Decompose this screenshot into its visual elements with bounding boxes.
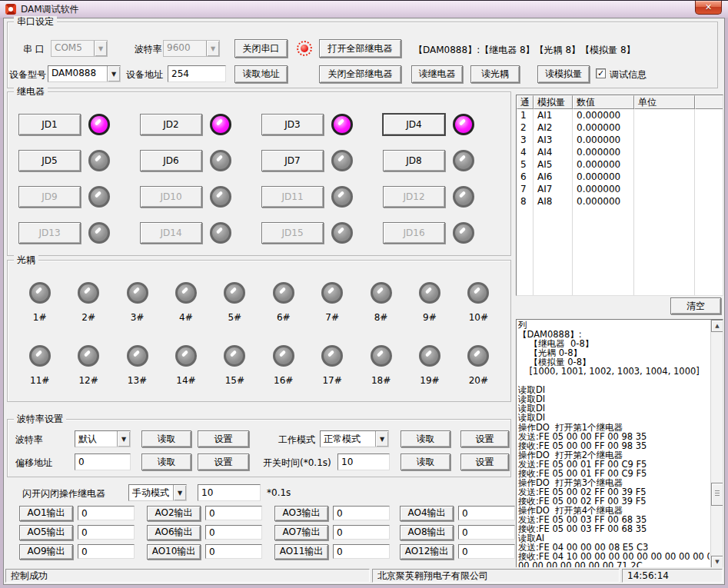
chevron-down-icon: ▼ — [206, 41, 219, 56]
ao5-output-button[interactable]: AO5输出 — [19, 525, 73, 540]
ao9-output-button[interactable]: AO9输出 — [19, 544, 73, 560]
baud-read-button[interactable]: 读取 — [141, 430, 191, 447]
table-row[interactable]: 3AI30.000000 — [517, 134, 723, 146]
ao1-value-input[interactable] — [78, 506, 135, 520]
relay-button-jd6[interactable]: JD6 — [140, 150, 202, 171]
ao10-output-button[interactable]: AO10输出 — [147, 544, 201, 560]
close-button[interactable]: ✕ — [695, 1, 722, 15]
flash-mode-value: 手动模式 — [129, 485, 173, 500]
ao2-value-input[interactable] — [205, 506, 262, 520]
work-mode-set-button[interactable]: 设置 — [460, 430, 509, 447]
device-model-value: DAM0888 — [48, 66, 107, 81]
window-title: DAM调试软件 — [21, 3, 79, 16]
ao4-value-input[interactable] — [458, 506, 515, 520]
relay-cell: JD5 — [18, 142, 140, 178]
work-mode-select[interactable]: 正常模式 ▼ — [320, 430, 389, 447]
ao12-output-button[interactable]: AO12输出 — [400, 544, 454, 560]
opto-label: 2# — [81, 312, 95, 323]
opto-label: 11# — [30, 375, 49, 386]
ao-output-cell: AO12输出 — [400, 542, 517, 561]
ao9-value-input[interactable] — [78, 544, 135, 559]
relay-indicator-off-icon — [331, 150, 353, 171]
table-row[interactable]: 6AI60.000000 — [517, 171, 723, 183]
title-bar: DAM调试软件 — [0, 1, 728, 18]
switch-time-read-button[interactable]: 读取 — [401, 453, 450, 470]
flash-mode-select[interactable]: 手动模式 ▼ — [128, 484, 187, 501]
scrollbar-thumb[interactable] — [711, 483, 723, 506]
com-port-value: COM5 — [52, 41, 94, 56]
table-row[interactable]: 1AI10.000000 — [517, 109, 723, 121]
table-cell: 0.000000 — [573, 158, 634, 171]
read-address-button[interactable]: 读取地址 — [234, 65, 288, 83]
relay-button-jd5[interactable]: JD5 — [18, 150, 81, 171]
ao3-value-input[interactable] — [333, 506, 390, 520]
relay-button-jd2[interactable]: JD2 — [140, 114, 202, 135]
relay-button-jd8[interactable]: JD8 — [383, 150, 445, 171]
baud-setting-select[interactable]: 默认 ▼ — [75, 430, 131, 447]
open-all-relays-button[interactable]: 打开全部继电器 — [319, 39, 401, 58]
analog-table-header-cell[interactable]: 单位 — [634, 95, 695, 109]
analog-table-header-cell[interactable] — [695, 95, 723, 109]
table-row[interactable]: 4AI40.000000 — [517, 146, 723, 158]
opto-label: 7# — [325, 312, 339, 323]
read-relays-button[interactable]: 读继电器 — [411, 65, 463, 83]
table-cell — [573, 208, 634, 295]
offset-address-input[interactable] — [75, 453, 131, 470]
table-row[interactable]: 7AI70.000000 — [517, 183, 723, 195]
debug-log[interactable]: 列 【DAM0888】: 【继电器 0-8】 【光耦 0-8】 【模拟量 0-8… — [516, 319, 723, 569]
offset-set-button[interactable]: 设置 — [198, 453, 249, 470]
flash-time-input[interactable] — [198, 484, 261, 501]
relay-button-jd13: JD13 — [18, 222, 81, 244]
scroll-up-icon[interactable]: ▲ — [711, 320, 723, 332]
scroll-down-icon[interactable]: ▼ — [711, 556, 723, 568]
ao-output-grid: AO1输出AO2输出AO3输出AO4输出AO5输出AO6输出AO7输出AO8输出… — [19, 503, 517, 562]
ao-output-cell: AO3输出 — [274, 503, 400, 523]
read-analog-button[interactable]: 读模拟量 — [537, 65, 590, 83]
table-cell — [534, 208, 573, 295]
ao10-value-input[interactable] — [205, 544, 262, 559]
offset-read-button[interactable]: 读取 — [141, 453, 191, 470]
opto-indicator-icon — [127, 282, 148, 304]
ao11-output-button[interactable]: AO11输出 — [274, 544, 328, 560]
relay-button-jd3[interactable]: JD3 — [261, 114, 324, 135]
close-all-relays-button[interactable]: 关闭全部继电器 — [319, 65, 401, 83]
device-model-select[interactable]: DAM0888 ▼ — [48, 65, 121, 82]
ao8-output-button[interactable]: AO8输出 — [400, 525, 454, 540]
table-row[interactable]: 8AI80.000000 — [517, 195, 723, 208]
ao6-output-button[interactable]: AO6输出 — [147, 525, 201, 540]
baud-set-button[interactable]: 设置 — [198, 430, 249, 447]
ao1-output-button[interactable]: AO1输出 — [19, 506, 73, 521]
switch-time-input[interactable] — [337, 453, 390, 470]
debug-info-checkbox[interactable]: ✓ — [596, 68, 606, 78]
analog-table-header-cell[interactable]: 模拟量 — [534, 95, 573, 109]
relay-button-jd1[interactable]: JD1 — [18, 114, 81, 135]
close-serial-button[interactable]: 关闭串口 — [234, 39, 288, 58]
ao12-value-input[interactable] — [458, 544, 515, 559]
ao7-value-input[interactable] — [333, 525, 390, 540]
table-row[interactable]: 2AI20.000000 — [517, 121, 723, 134]
clear-log-button[interactable]: 清空 — [670, 297, 721, 314]
relay-button-jd7[interactable]: JD7 — [261, 150, 324, 171]
ao6-value-input[interactable] — [205, 525, 262, 540]
analog-table-header-cell[interactable]: 数值 — [573, 95, 634, 109]
ao2-output-button[interactable]: AO2输出 — [147, 506, 201, 521]
table-row[interactable]: 5AI50.000000 — [517, 158, 723, 171]
ao5-value-input[interactable] — [78, 525, 135, 540]
table-cell: AI6 — [534, 171, 573, 183]
ao4-output-button[interactable]: AO4输出 — [400, 506, 454, 521]
work-mode-read-button[interactable]: 读取 — [401, 430, 450, 447]
clock: 14:56:14 — [622, 569, 723, 583]
analog-table-header-cell[interactable]: 通 — [517, 95, 534, 109]
opto-label: 1# — [33, 312, 47, 323]
device-address-input[interactable] — [168, 65, 226, 82]
read-opto-button[interactable]: 读光耦 — [470, 65, 520, 83]
switch-time-set-button[interactable]: 设置 — [460, 453, 509, 470]
ao11-value-input[interactable] — [333, 544, 390, 559]
relay-indicator-on-icon — [331, 114, 353, 135]
log-scrollbar[interactable]: ▲ ▼ — [710, 320, 723, 568]
ao3-output-button[interactable]: AO3输出 — [274, 506, 328, 521]
relay-indicator-off-icon — [210, 222, 231, 244]
ao8-value-input[interactable] — [458, 525, 515, 540]
relay-button-jd4[interactable]: JD4 — [383, 114, 445, 135]
ao7-output-button[interactable]: AO7输出 — [274, 525, 328, 540]
